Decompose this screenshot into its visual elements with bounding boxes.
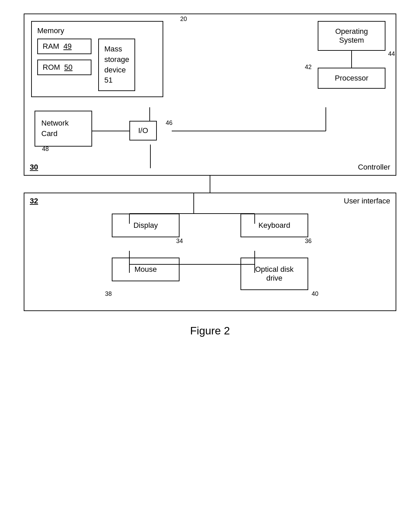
- mass-line2: storage: [104, 54, 129, 65]
- user-interface-box: 32 User interface: [24, 193, 396, 311]
- memory-label: Memory: [37, 26, 157, 35]
- io-ref: 46: [166, 119, 172, 127]
- controller-bottom-area: Network Card 48 I/O 46: [31, 107, 389, 168]
- memory-group-ref: 20: [180, 16, 187, 23]
- os-processor-col: Operating System 44 42 Processor: [314, 21, 389, 89]
- io-box: I/O 46: [129, 121, 157, 140]
- io-wrapper: I/O 46: [129, 121, 157, 140]
- rom-text: ROM: [43, 63, 60, 71]
- nc-line1: Network: [41, 119, 69, 127]
- ram-text: RAM: [43, 42, 59, 50]
- keyboard-box: Keyboard: [240, 214, 308, 237]
- os-line1: Operating: [325, 27, 378, 36]
- os-box: Operating System 44: [318, 21, 385, 51]
- optical-line1: Optical disk: [255, 265, 294, 273]
- proc-ref: 42: [305, 64, 312, 71]
- network-card-box: Network Card 48: [35, 111, 92, 147]
- keyboard-ref: 36: [305, 238, 312, 245]
- io-label: I/O: [138, 126, 148, 135]
- ram-ref: 49: [63, 42, 71, 50]
- os-ref: 44: [388, 50, 395, 58]
- display-ref: 34: [176, 238, 183, 245]
- optical-ref: 40: [312, 290, 318, 298]
- optical-box: Optical disk drive: [240, 258, 308, 290]
- display-box: Display: [112, 214, 180, 237]
- os-line2: System: [325, 36, 378, 45]
- ui-bottom-row: Mouse 38 Optical disk drive 40: [31, 258, 389, 290]
- ui-content: Display 34 Keyboard 36 Mouse: [31, 214, 389, 290]
- mass-storage-box: Mass storage device 51: [98, 39, 135, 91]
- keyboard-wrapper: Keyboard 36: [240, 214, 308, 237]
- network-card-wrapper: Network Card 48: [35, 111, 92, 147]
- memory-group-wrapper: 20 Memory RAM 49 ROM 50: [31, 21, 163, 97]
- os-to-proc-line: [351, 51, 352, 68]
- ui-top-row: Display 34 Keyboard 36: [31, 214, 389, 237]
- nc-ref: 48: [42, 145, 49, 153]
- display-wrapper: Display 34: [112, 214, 180, 237]
- page-container: 30 Controller 20 Memory RAM 49: [24, 14, 396, 337]
- optical-wrapper: Optical disk drive 40: [240, 258, 308, 290]
- memory-group-box: Memory RAM 49 ROM 50: [31, 21, 163, 97]
- keyboard-label: Keyboard: [258, 221, 290, 229]
- mouse-ref: 38: [105, 290, 112, 298]
- ram-rom-col: RAM 49 ROM 50: [37, 39, 91, 78]
- figure-label: Figure 2: [190, 325, 230, 337]
- mouse-wrapper: Mouse 38: [112, 258, 180, 290]
- optical-line2: drive: [266, 274, 282, 282]
- rom-ref: 50: [64, 63, 72, 71]
- ram-box: RAM 49: [37, 39, 91, 54]
- mass-line3: device: [104, 65, 126, 75]
- memory-inner-row: RAM 49 ROM 50 Mass storage device: [37, 39, 157, 91]
- ui-spacer: [31, 237, 389, 258]
- display-label: Display: [133, 221, 158, 229]
- mass-line1: Mass: [104, 44, 122, 54]
- proc-label: Processor: [335, 74, 368, 82]
- mouse-box: Mouse: [112, 258, 180, 281]
- rom-box: ROM 50: [37, 60, 91, 75]
- controller-top-row: 20 Memory RAM 49 ROM 50: [31, 21, 389, 97]
- mouse-label: Mouse: [134, 265, 157, 273]
- nc-line2: Card: [41, 129, 58, 138]
- controller-box: 30 Controller 20 Memory RAM 49: [24, 14, 396, 176]
- mass-ref: 51: [104, 75, 112, 86]
- ui-label-32: 32: [30, 197, 38, 205]
- processor-box: 42 Processor: [318, 68, 385, 89]
- ui-title: User interface: [344, 197, 390, 205]
- ctrl-to-ui-line: [210, 176, 210, 193]
